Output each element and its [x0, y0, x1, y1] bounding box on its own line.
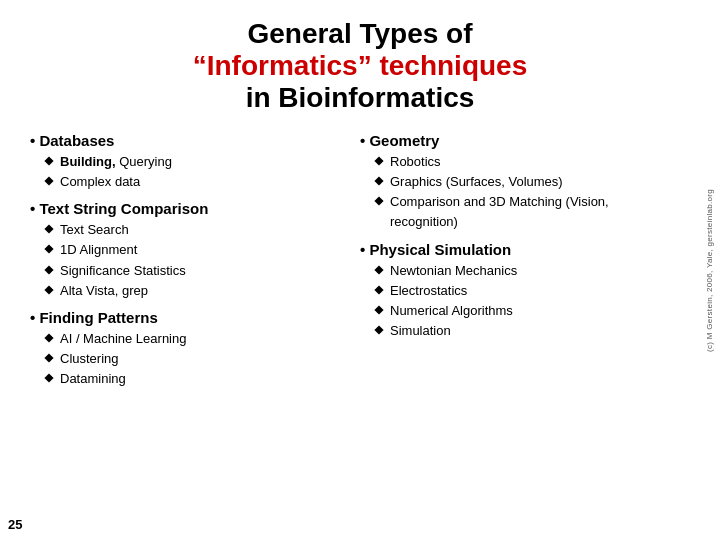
- diamond-icon: [44, 333, 53, 342]
- list-item: AI / Machine Learning: [44, 329, 340, 349]
- list-item: Numerical Algorithms: [374, 301, 670, 321]
- left-column: • Databases Building, Querying Complex d…: [30, 132, 350, 530]
- item-text: Robotics: [390, 152, 441, 172]
- title-line1: General Types of: [40, 18, 680, 50]
- item-text: Graphics (Surfaces, Volumes): [390, 172, 563, 192]
- item-text: 1D Alignment: [60, 240, 137, 260]
- section-geometry: • Geometry: [360, 132, 670, 149]
- list-item: Graphics (Surfaces, Volumes): [374, 172, 670, 192]
- diamond-icon: [44, 353, 53, 362]
- section-databases: • Databases: [30, 132, 340, 149]
- databases-items: Building, Querying Complex data: [44, 152, 340, 192]
- diamond-icon: [374, 325, 383, 334]
- item-text: Building, Querying: [60, 152, 172, 172]
- item-text: Numerical Algorithms: [390, 301, 513, 321]
- item-text: Simulation: [390, 321, 451, 341]
- geometry-items: Robotics Graphics (Surfaces, Volumes) Co…: [374, 152, 670, 233]
- item-text: Text Search: [60, 220, 129, 240]
- diamond-icon: [44, 225, 53, 234]
- list-item: Simulation: [374, 321, 670, 341]
- section-text-string: • Text String Comparison: [30, 200, 340, 217]
- list-item: Alta Vista, grep: [44, 281, 340, 301]
- section-finding-patterns: • Finding Patterns: [30, 309, 340, 326]
- list-item: Comparison and 3D Matching (Vision, reco…: [374, 192, 670, 232]
- diamond-icon: [374, 197, 383, 206]
- diamond-icon: [374, 265, 383, 274]
- item-text: Datamining: [60, 369, 126, 389]
- item-text: Electrostatics: [390, 281, 467, 301]
- item-text: Complex data: [60, 172, 140, 192]
- list-item: Robotics: [374, 152, 670, 172]
- page-number: 25: [8, 517, 22, 532]
- title-line2: “Informatics” techniques: [40, 50, 680, 82]
- slide: General Types of “Informatics” technique…: [0, 0, 720, 540]
- diamond-icon: [374, 285, 383, 294]
- diamond-icon: [44, 177, 53, 186]
- sidebar-text: (c) M Gerstein, 2006, Yale, gersteinlab.…: [705, 189, 714, 352]
- list-item: Clustering: [44, 349, 340, 369]
- list-item: Building, Querying: [44, 152, 340, 172]
- title-area: General Types of “Informatics” technique…: [0, 0, 720, 124]
- list-item: Text Search: [44, 220, 340, 240]
- list-item: 1D Alignment: [44, 240, 340, 260]
- list-item: Datamining: [44, 369, 340, 389]
- item-text: Newtonian Mechanics: [390, 261, 517, 281]
- diamond-icon: [44, 285, 53, 294]
- sidebar-label: (c) M Gerstein, 2006, Yale, gersteinlab.…: [698, 0, 720, 540]
- content-area: • Databases Building, Querying Complex d…: [0, 124, 720, 540]
- right-column: • Geometry Robotics Graphics (Surfaces, …: [350, 132, 670, 530]
- diamond-icon: [44, 265, 53, 274]
- item-text: Alta Vista, grep: [60, 281, 148, 301]
- diamond-icon: [44, 245, 53, 254]
- item-text: Significance Statistics: [60, 261, 186, 281]
- title-line3: in Bioinformatics: [40, 82, 680, 114]
- physical-simulation-items: Newtonian Mechanics Electrostatics Numer…: [374, 261, 670, 342]
- section-physical-simulation: • Physical Simulation: [360, 241, 670, 258]
- list-item: Newtonian Mechanics: [374, 261, 670, 281]
- list-item: Electrostatics: [374, 281, 670, 301]
- text-string-items: Text Search 1D Alignment Significance St…: [44, 220, 340, 301]
- diamond-icon: [374, 156, 383, 165]
- diamond-icon: [374, 177, 383, 186]
- list-item: Complex data: [44, 172, 340, 192]
- diamond-icon: [44, 156, 53, 165]
- diamond-icon: [44, 374, 53, 383]
- finding-patterns-items: AI / Machine Learning Clustering Datamin…: [44, 329, 340, 389]
- item-text: Comparison and 3D Matching (Vision, reco…: [390, 192, 670, 232]
- item-text: AI / Machine Learning: [60, 329, 186, 349]
- list-item: Significance Statistics: [44, 261, 340, 281]
- diamond-icon: [374, 305, 383, 314]
- item-text: Clustering: [60, 349, 119, 369]
